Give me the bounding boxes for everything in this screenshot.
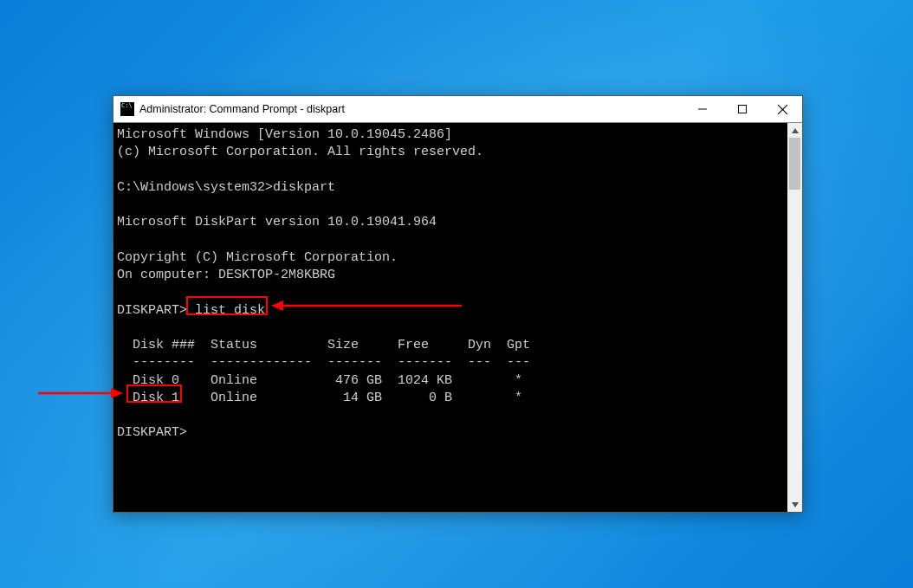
window-title: Administrator: Command Prompt - diskpart xyxy=(139,103,345,115)
minimize-icon xyxy=(698,105,707,113)
console-line: Disk 1 Online 14 GB 0 B * xyxy=(117,391,522,405)
scroll-down-button[interactable] xyxy=(787,497,802,512)
console-line: -------- ------------- ------- ------- -… xyxy=(117,355,530,370)
close-icon xyxy=(778,105,787,114)
console-line: Microsoft DiskPart version 10.0.19041.96… xyxy=(117,215,437,229)
annotation-arrow-disk1 xyxy=(38,386,125,404)
scroll-up-button[interactable] xyxy=(787,123,802,138)
console-line: (c) Microsoft Corporation. All rights re… xyxy=(117,145,483,159)
maximize-button[interactable] xyxy=(722,96,762,122)
chevron-down-icon xyxy=(792,501,799,508)
console-line: On computer: DESKTOP-2M8KBRG xyxy=(117,268,335,282)
console-line: C:\Windows\system32>diskpart xyxy=(117,180,335,195)
minimize-button[interactable] xyxy=(683,96,722,122)
console-line: Disk 0 Online 476 GB 1024 KB * xyxy=(117,373,522,388)
scroll-track[interactable] xyxy=(787,138,802,497)
maximize-icon xyxy=(738,105,747,113)
svg-marker-5 xyxy=(792,502,799,507)
console-output[interactable]: Microsoft Windows [Version 10.0.19045.24… xyxy=(113,123,787,512)
console-line: Microsoft Windows [Version 10.0.19045.24… xyxy=(117,127,452,142)
svg-rect-1 xyxy=(739,106,747,113)
cmd-icon xyxy=(120,102,134,116)
console-line: DISKPART> xyxy=(117,425,187,440)
svg-marker-4 xyxy=(792,128,799,133)
command-prompt-window: Administrator: Command Prompt - diskpart… xyxy=(113,95,803,513)
console-line: Copyright (C) Microsoft Corporation. xyxy=(117,250,398,265)
console-line: Disk ### Status Size Free Dyn Gpt xyxy=(117,338,530,352)
scroll-thumb[interactable] xyxy=(789,138,800,190)
close-button[interactable] xyxy=(762,96,802,122)
titlebar[interactable]: Administrator: Command Prompt - diskpart xyxy=(113,96,802,122)
chevron-up-icon xyxy=(792,127,799,134)
vertical-scrollbar[interactable] xyxy=(787,123,802,512)
console-line: DISKPART> list disk xyxy=(117,303,265,318)
